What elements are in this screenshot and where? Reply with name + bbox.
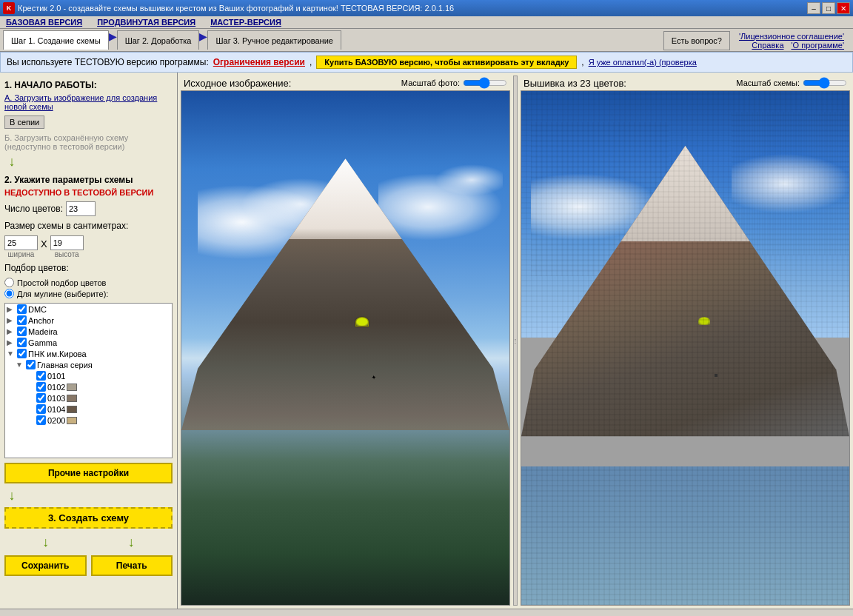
menu-basic[interactable]: БАЗОВАЯ ВЕРСИЯ [6, 18, 82, 27]
minimize-button[interactable]: – [807, 2, 820, 14]
checkbox-madeira[interactable] [17, 327, 27, 336]
tab-step1[interactable]: Шаг 1. Создание схемы [3, 30, 109, 50]
x-label: X [41, 238, 47, 250]
left-panel: 1. НАЧАЛО РАБОТЫ: А. Загрузить изображен… [0, 73, 178, 609]
checkbox-0104[interactable] [36, 404, 46, 414]
embr-scale-slider[interactable] [803, 77, 847, 89]
expand-madeira[interactable]: ▶ [7, 327, 16, 335]
arrow-down-save: ↓ [4, 535, 87, 549]
label-0104: 0104 [47, 405, 65, 414]
checkbox-anchor[interactable] [17, 315, 27, 325]
color-tree[interactable]: ▶ DMC ▶ Anchor ▶ Madeira ▶ Gamma [4, 303, 173, 458]
alert-comma2: , [581, 57, 583, 67]
cs-lower [521, 466, 849, 605]
tree-item-0200[interactable]: ▶ 0200 [5, 415, 172, 426]
tree-item-0101[interactable]: ▶ 0101 [5, 370, 172, 381]
tree-item-0104[interactable]: ▶ 0104 [5, 404, 172, 415]
checkbox-0103[interactable] [36, 393, 46, 403]
label-0101: 0101 [47, 372, 65, 381]
original-title: Исходное изображение: [184, 78, 291, 89]
checkbox-0102[interactable] [36, 382, 46, 392]
paid-link[interactable]: Я уже оплатил(-а) (проверка [589, 58, 697, 67]
tree-item-anchor[interactable]: ▶ Anchor [5, 315, 172, 326]
tab-arrow-1: ▶ [109, 30, 117, 51]
label-gamma: Gamma [28, 338, 57, 347]
about-link[interactable]: 'О программе' [792, 41, 845, 50]
height-group: высота [50, 235, 84, 258]
menu-advanced[interactable]: ПРОДВИНУТАЯ ВЕРСИЯ [97, 18, 195, 27]
action-buttons: Сохранить Печать [4, 555, 173, 576]
main-content: 1. НАЧАЛО РАБОТЫ: А. Загрузить изображен… [0, 73, 853, 609]
tree-item-main-series[interactable]: ▼ Главная серия [5, 359, 172, 370]
swatch-0103 [67, 395, 77, 402]
license-link[interactable]: 'Лицензионное соглашение' [739, 32, 844, 41]
restore-button[interactable]: □ [822, 2, 835, 14]
expand-pnk[interactable]: ▼ [7, 349, 16, 358]
title-bar: K Крестик 2.0 - создавайте схемы вышивки… [0, 0, 853, 16]
expand-main-series[interactable]: ▼ [16, 361, 24, 369]
title-bar-controls: – □ ✕ [807, 2, 850, 14]
label-pnk: ПНК им.Кирова [28, 349, 87, 358]
other-settings-button[interactable]: Прочие настройки [4, 463, 173, 483]
tree-item-dmc[interactable]: ▶ DMC [5, 304, 172, 315]
images-row: Исходное изображение: Масштаб фото: [181, 76, 850, 606]
tab-step3-label: Шаг 3. Ручное редактирование [215, 36, 333, 45]
create-schema-button[interactable]: 3. Создать схему [4, 507, 173, 529]
arrow-down-1: ↓ [4, 154, 19, 169]
copies-button[interactable]: В сепии [4, 116, 44, 129]
embroidery-header: Вышивка из 23 цветов: Масштаб схемы: [521, 76, 850, 90]
tree-item-0102[interactable]: ▶ 0102 [5, 381, 172, 392]
width-group: ширина [4, 235, 38, 258]
colors-input[interactable] [66, 201, 96, 216]
original-scale-row: Масштаб фото: [401, 77, 507, 89]
checkbox-main-series[interactable] [26, 360, 36, 369]
expand-anchor[interactable]: ▶ [7, 316, 16, 324]
menu-master[interactable]: МАСТЕР-ВЕРСИЯ [210, 18, 281, 27]
load-image-link[interactable]: А. Загрузить изображение для создания но… [4, 93, 173, 111]
tree-item-0103[interactable]: ▶ 0103 [5, 392, 172, 404]
menu-bar: БАЗОВАЯ ВЕРСИЯ ПРОДВИНУТАЯ ВЕРСИЯ МАСТЕР… [0, 16, 853, 29]
tree-item-madeira[interactable]: ▶ Madeira [5, 326, 172, 337]
tab-step3[interactable]: Шаг 3. Ручное редактирование [207, 30, 341, 50]
label-main-series: Главная серия [37, 361, 93, 369]
limit-link[interactable]: Ограничения версии [213, 57, 305, 67]
checkbox-0101[interactable] [36, 371, 46, 381]
top-right-links: 'Лицензионное соглашение' Справка 'О про… [736, 30, 847, 51]
load-saved-label: Б. Загрузить сохранённую схему (недоступ… [4, 133, 173, 151]
width-label: ширина [8, 250, 35, 258]
arrow-down-print: ↓ [90, 535, 173, 549]
expand-dmc[interactable]: ▶ [7, 305, 16, 313]
embroidery-canvas[interactable] [521, 90, 850, 606]
height-input[interactable] [50, 235, 84, 250]
label-anchor: Anchor [28, 316, 54, 325]
width-input[interactable] [4, 235, 38, 250]
label-0103: 0103 [47, 394, 65, 403]
print-button[interactable]: Печать [91, 555, 173, 576]
cs-paraglider [698, 317, 710, 325]
tab-step2[interactable]: Шаг 2. Доработка [117, 30, 200, 50]
radio-group: Простой подбор цветов Для мулине (выбери… [4, 278, 173, 298]
section1-title: 1. НАЧАЛО РАБОТЫ: [4, 80, 173, 90]
tab-step2-label: Шаг 2. Доработка [125, 36, 192, 45]
section2-title: 2. Укажите параметры схемы [4, 175, 173, 185]
original-canvas[interactable]: ✦ [181, 90, 510, 606]
radio-muline[interactable] [4, 289, 14, 298]
checkbox-dmc[interactable] [17, 304, 27, 314]
checkbox-pnk[interactable] [17, 349, 27, 358]
buy-button[interactable]: Купить БАЗОВУЮ версию, чтобы активироват… [316, 56, 577, 69]
checkbox-gamma[interactable] [17, 338, 27, 347]
tree-item-gamma[interactable]: ▶ Gamma [5, 337, 172, 348]
status-bar [0, 609, 853, 616]
expand-gamma[interactable]: ▶ [7, 338, 16, 346]
tree-item-pnk[interactable]: ▼ ПНК им.Кирова [5, 348, 172, 359]
orig-scale-slider[interactable] [463, 77, 507, 89]
panel-divider[interactable]: ⋮ [513, 76, 518, 606]
close-button[interactable]: ✕ [837, 2, 850, 14]
label-madeira: Madeira [28, 327, 58, 336]
help-link[interactable]: Справка [752, 41, 783, 50]
radio-simple[interactable] [4, 278, 14, 287]
alert-bar: Вы используете ТЕСТОВУЮ версию программы… [0, 52, 853, 73]
save-button[interactable]: Сохранить [4, 555, 87, 576]
checkbox-0200[interactable] [36, 415, 46, 425]
help-button[interactable]: Есть вопрос? [663, 31, 730, 50]
